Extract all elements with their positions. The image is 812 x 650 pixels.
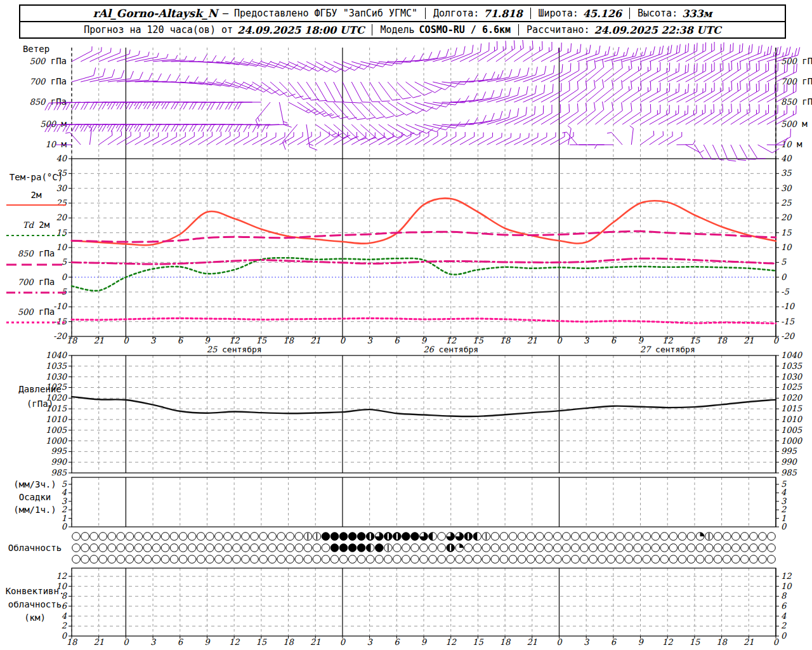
- svg-text:500 гПа: 500 гПа: [18, 307, 55, 317]
- svg-text:12: 12: [56, 571, 67, 581]
- svg-text:Облачность: Облачность: [8, 543, 62, 553]
- header-box: rAl_Gorno-Altaysk_N — Предоставлено ФГБУ…: [19, 4, 786, 39]
- svg-text:1035: 1035: [781, 361, 802, 371]
- svg-text:-10: -10: [53, 302, 68, 311]
- svg-text:1000: 1000: [46, 436, 68, 446]
- svg-text:500 м: 500 м: [781, 119, 808, 129]
- svg-text:9: 9: [638, 637, 644, 647]
- svg-text:21: 21: [310, 637, 321, 647]
- calculated-label: Рассчитано:: [527, 24, 589, 36]
- svg-text:1030: 1030: [46, 372, 68, 381]
- model-name: COSMO-RU / 6.6км: [419, 24, 511, 36]
- svg-text:21: 21: [527, 336, 537, 345]
- svg-text:500 м: 500 м: [40, 119, 67, 129]
- svg-text:15: 15: [690, 637, 700, 647]
- svg-text:15: 15: [473, 637, 483, 647]
- altitude-label: Высота:: [638, 8, 678, 19]
- svg-text:1010: 1010: [46, 415, 68, 424]
- separator: [425, 8, 426, 19]
- svg-text:3: 3: [367, 637, 373, 647]
- station-name: rAl_Gorno-Altaysk_N: [93, 7, 218, 20]
- svg-text:15: 15: [781, 228, 792, 237]
- svg-text:995: 995: [781, 446, 797, 456]
- svg-text:40: 40: [56, 154, 67, 163]
- svg-text:облачность: облачность: [8, 599, 62, 609]
- svg-text:21: 21: [93, 637, 104, 647]
- svg-text:6: 6: [178, 336, 184, 345]
- longitude-label: Долгота:: [433, 8, 479, 19]
- separator: [530, 8, 531, 19]
- svg-text:0: 0: [773, 637, 780, 647]
- svg-text:12: 12: [781, 571, 792, 581]
- svg-text:0: 0: [62, 522, 68, 531]
- svg-text:990: 990: [781, 457, 798, 467]
- svg-text:20: 20: [56, 213, 67, 222]
- svg-text:12: 12: [662, 637, 673, 647]
- svg-text:1000: 1000: [781, 436, 803, 446]
- svg-text:12: 12: [229, 336, 240, 345]
- svg-text:9: 9: [421, 637, 428, 647]
- svg-text:0: 0: [123, 637, 129, 647]
- svg-text:12: 12: [662, 336, 673, 345]
- svg-text:1030: 1030: [781, 372, 803, 381]
- cloud-symbols: [72, 533, 776, 564]
- svg-text:0: 0: [773, 336, 780, 345]
- svg-text:27 сентября: 27 сентября: [640, 345, 695, 354]
- svg-text:850 гПа: 850 гПа: [781, 96, 812, 107]
- svg-text:12: 12: [229, 637, 240, 647]
- svg-text:Ветер: Ветер: [23, 44, 49, 54]
- svg-text:1035: 1035: [46, 361, 67, 371]
- svg-text:6: 6: [611, 336, 617, 345]
- svg-text:3: 3: [150, 637, 157, 647]
- svg-text:4: 4: [62, 611, 67, 621]
- svg-text:18: 18: [716, 336, 728, 345]
- svg-text:990: 990: [51, 457, 68, 467]
- separator: [372, 24, 372, 36]
- svg-text:10: 10: [56, 242, 67, 252]
- svg-text:Осадки: Осадки: [19, 492, 51, 502]
- svg-text:Давление: Давление: [18, 384, 61, 394]
- svg-text:10 м: 10 м: [46, 139, 67, 149]
- svg-text:1040: 1040: [781, 350, 803, 360]
- svg-text:12: 12: [445, 637, 456, 647]
- svg-text:0: 0: [340, 637, 346, 647]
- meteogram-canvas: 40403535303025252020151510105500-5-5-10-…: [0, 0, 812, 650]
- svg-text:18: 18: [67, 637, 78, 647]
- svg-text:21: 21: [93, 336, 104, 345]
- svg-text:30: 30: [56, 183, 67, 193]
- svg-text:(мм/3ч.): (мм/3ч.): [13, 479, 56, 489]
- svg-text:18: 18: [67, 336, 78, 345]
- svg-text:26 сентября: 26 сентября: [423, 345, 478, 354]
- init-time: 24.09.2025 18:00 UTC: [237, 24, 364, 36]
- svg-text:1015: 1015: [781, 404, 802, 413]
- svg-text:995: 995: [51, 446, 67, 456]
- svg-text:30: 30: [781, 183, 792, 193]
- svg-text:15: 15: [256, 637, 267, 647]
- altitude-value: 333м: [682, 8, 712, 20]
- svg-text:(гПа): (гПа): [27, 399, 53, 409]
- svg-text:9: 9: [204, 637, 211, 647]
- svg-text:18: 18: [283, 637, 294, 647]
- svg-text:3: 3: [584, 637, 590, 647]
- svg-text:21: 21: [527, 637, 537, 647]
- header-row-2: Прогноз на 120 часа(ов) от 24.09.2025 18…: [20, 22, 785, 37]
- svg-text:985: 985: [51, 468, 67, 477]
- svg-text:1040: 1040: [46, 350, 68, 360]
- svg-text:2: 2: [62, 621, 67, 630]
- svg-text:9: 9: [204, 336, 211, 345]
- svg-text:25: 25: [56, 198, 67, 208]
- svg-text:700 гПа: 700 гПа: [18, 277, 55, 287]
- svg-text:0: 0: [781, 272, 787, 282]
- svg-text:-15: -15: [781, 317, 795, 326]
- svg-text:500 гПа: 500 гПа: [29, 56, 67, 66]
- svg-text:850 гПа: 850 гПа: [18, 248, 55, 258]
- svg-text:(км): (км): [24, 613, 46, 623]
- svg-text:6: 6: [611, 637, 617, 647]
- separator: [518, 24, 519, 36]
- svg-text:1005: 1005: [781, 425, 802, 435]
- svg-text:Td 2м: Td 2м: [23, 220, 50, 230]
- svg-text:9: 9: [638, 336, 644, 345]
- svg-text:1005: 1005: [46, 425, 67, 435]
- svg-text:5: 5: [62, 257, 67, 267]
- svg-text:-20: -20: [781, 331, 796, 341]
